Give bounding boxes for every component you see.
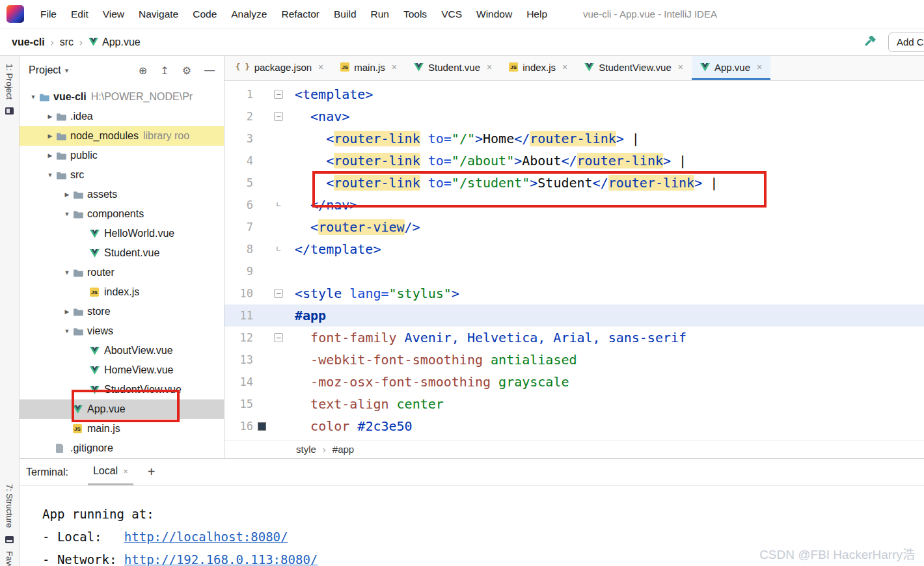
locate-icon[interactable]: ⊕	[139, 64, 147, 77]
tab-close-icon[interactable]: ×	[678, 62, 683, 72]
code-line-14[interactable]: 14 -moz-osx-font-smoothing grayscale	[224, 371, 924, 393]
menu-code[interactable]: Code	[185, 8, 224, 20]
editor-breadcrumb-style[interactable]: style	[296, 444, 316, 455]
tree-item-index-js[interactable]: JSindex.js	[20, 282, 224, 302]
tree-item-components[interactable]: ▼components	[20, 204, 224, 224]
tree-item-public[interactable]: ▶public	[20, 146, 224, 165]
fold-end-icon[interactable]: ∟	[276, 238, 280, 260]
code-line-1[interactable]: 1−<template>	[224, 83, 924, 105]
tree-item-main-js[interactable]: JSmain.js	[20, 419, 224, 438]
menu-window[interactable]: Window	[469, 8, 519, 20]
menu-view[interactable]: View	[96, 8, 131, 20]
code-line-5[interactable]: 5 <router-link to="/student">Student</ro…	[224, 172, 924, 194]
code-line-16[interactable]: 16 color #2c3e50	[224, 415, 924, 437]
menu-help[interactable]: Help	[519, 8, 554, 20]
code-line-2[interactable]: 2− <nav>	[224, 105, 924, 128]
chevron-right-icon[interactable]: ▶	[44, 152, 56, 159]
chevron-down-icon[interactable]: ▼	[27, 94, 39, 100]
hide-panel-icon[interactable]: —	[204, 64, 215, 77]
chevron-right-icon[interactable]: ▶	[61, 308, 73, 315]
code-line-6[interactable]: 6∟ </nav>	[224, 194, 924, 216]
code-line-9[interactable]: 9	[224, 260, 924, 282]
tree-item-student-vue[interactable]: Student.vue	[20, 243, 224, 263]
tree-item-aboutview-vue[interactable]: AboutView.vue	[20, 341, 224, 360]
tab-close-icon[interactable]: ×	[123, 466, 128, 476]
chevron-down-icon[interactable]: ▼	[44, 172, 56, 178]
fold-collapse-icon[interactable]: −	[274, 289, 283, 298]
code-line-13[interactable]: 13 -webkit-font-smoothing antialiased	[224, 349, 924, 371]
settings-gear-icon[interactable]: ⚙	[182, 64, 191, 77]
code-line-11[interactable]: 11#app	[224, 304, 924, 327]
tree-item-studentview-vue[interactable]: StudentView.vue	[20, 380, 224, 399]
favorites-tool-icon[interactable]	[5, 535, 14, 545]
tree-item-assets[interactable]: ▶assets	[20, 185, 224, 204]
editor-tab-package-json[interactable]: { }package.json×	[227, 56, 332, 80]
terminal-tab-local[interactable]: Local ×	[88, 459, 133, 485]
editor-tab-student-vue[interactable]: Student.vue×	[405, 56, 500, 80]
menu-build[interactable]: Build	[327, 8, 363, 20]
tree-item-helloworld-vue[interactable]: HelloWorld.vue	[20, 224, 224, 243]
tree-item-app-vue[interactable]: App.vue	[20, 399, 224, 419]
tool-button-project[interactable]: 1: Project	[5, 64, 14, 100]
collapse-all-icon[interactable]: ↥	[160, 64, 169, 77]
tab-close-icon[interactable]: ×	[487, 62, 492, 72]
tree-item-vue-cli[interactable]: ▼vue-cliH:\POWER_NODE\Pr	[20, 87, 224, 107]
tree-item-router[interactable]: ▼router	[20, 263, 224, 282]
editor-breadcrumb-app[interactable]: #app	[333, 444, 354, 455]
project-tool-icon[interactable]	[5, 106, 14, 116]
tool-button-structure[interactable]: 7: Structure	[5, 484, 14, 528]
tree-item-src[interactable]: ▼src	[20, 165, 224, 185]
fold-collapse-icon[interactable]: −	[274, 112, 283, 121]
add-configuration-button[interactable]: Add C	[888, 33, 924, 52]
terminal-link[interactable]: http://192.168.0.113:8080/	[124, 552, 318, 566]
chevron-down-icon[interactable]: ▼	[61, 328, 73, 334]
code-line-12[interactable]: 12− font-family Avenir, Helvetica, Arial…	[224, 327, 924, 349]
menu-analyze[interactable]: Analyze	[224, 8, 274, 20]
editor-tab-studentview-vue[interactable]: StudentView.vue×	[576, 56, 692, 80]
chevron-right-icon[interactable]: ▶	[61, 191, 73, 198]
fold-collapse-icon[interactable]: −	[274, 90, 283, 99]
code-line-7[interactable]: 7 <router-view/>	[224, 216, 924, 238]
tool-button-favorites[interactable]: Favorites	[5, 551, 14, 566]
tab-close-icon[interactable]: ×	[562, 62, 567, 72]
code-line-10[interactable]: 10−<style lang="stylus">	[224, 282, 924, 304]
menu-edit[interactable]: Edit	[64, 8, 96, 20]
menu-tools[interactable]: Tools	[396, 8, 434, 20]
editor-tab-main-js[interactable]: JSmain.js×	[332, 56, 405, 80]
project-view-selector[interactable]: Project ▾	[29, 64, 68, 76]
breadcrumb-item-app-vue[interactable]: App.vue	[102, 36, 141, 48]
code-line-4[interactable]: 4 <router-link to="/about">About</router…	[224, 150, 924, 172]
tree-item-gitignore[interactable]: .gitignore	[20, 438, 224, 458]
menu-navigate[interactable]: Navigate	[131, 8, 185, 20]
code-line-3[interactable]: 3 <router-link to="/">Home</router-link>…	[224, 128, 924, 150]
code-line-15[interactable]: 15 text-align center	[224, 393, 924, 415]
tab-close-icon[interactable]: ×	[318, 62, 323, 72]
menu-refactor[interactable]: Refactor	[274, 8, 327, 20]
code-editor[interactable]: 1−<template>2− <nav>3 <router-link to="/…	[224, 81, 924, 440]
editor-tab-app-vue[interactable]: App.vue×	[692, 56, 770, 80]
build-hammer-icon[interactable]	[863, 36, 876, 49]
fold-end-icon[interactable]: ∟	[276, 194, 280, 216]
tree-item-homeview-vue[interactable]: HomeView.vue	[20, 360, 224, 380]
color-preview-swatch[interactable]	[258, 422, 266, 431]
breadcrumb-item-vue-cli[interactable]: vue-cli	[12, 36, 45, 48]
tab-close-icon[interactable]: ×	[757, 62, 762, 72]
chevron-down-icon[interactable]: ▼	[61, 269, 73, 276]
code-line-8[interactable]: 8∟</template>	[224, 238, 924, 260]
chevron-down-icon[interactable]: ▼	[61, 211, 73, 217]
tab-close-icon[interactable]: ×	[392, 62, 397, 72]
fold-collapse-icon[interactable]: −	[274, 333, 283, 342]
chevron-right-icon[interactable]: ▶	[44, 113, 56, 120]
tree-item-views[interactable]: ▼views	[20, 321, 224, 341]
breadcrumb-item-src[interactable]: src	[60, 36, 74, 48]
new-terminal-button[interactable]: +	[148, 465, 156, 479]
editor-tab-index-js[interactable]: JSindex.js×	[500, 56, 576, 80]
tree-item-idea[interactable]: ▶.idea	[20, 107, 224, 126]
menu-run[interactable]: Run	[364, 8, 396, 20]
terminal-link[interactable]: http://localhost:8080/	[124, 530, 288, 544]
chevron-right-icon[interactable]: ▶	[44, 133, 56, 139]
tree-item-store[interactable]: ▶store	[20, 302, 224, 321]
menu-file[interactable]: File	[33, 8, 64, 20]
tree-item-node-modules[interactable]: ▶node_moduleslibrary roo	[20, 126, 224, 146]
menu-vcs[interactable]: VCS	[434, 8, 469, 20]
